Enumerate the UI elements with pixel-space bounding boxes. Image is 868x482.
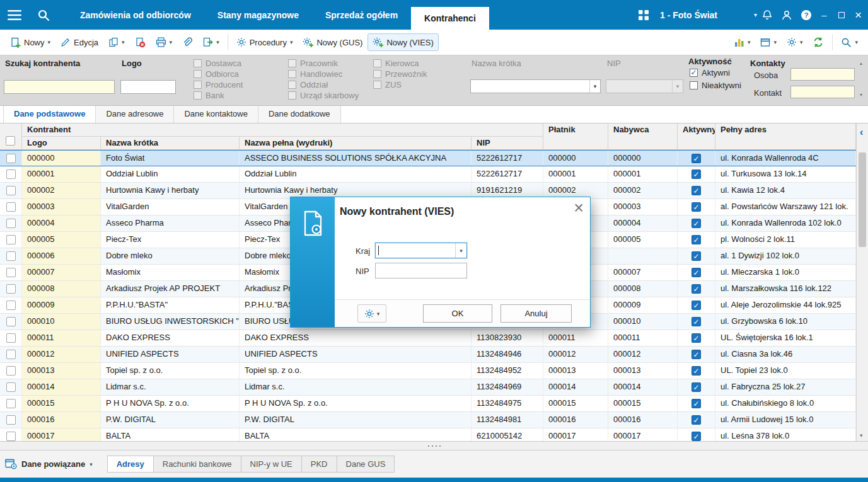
- chart-view-button[interactable]: ▾: [729, 33, 756, 51]
- row-checkbox[interactable]: [6, 251, 16, 261]
- new-button[interactable]: Nowy ▾: [5, 33, 55, 52]
- filter-checkbox-bank[interactable]: Bank: [194, 91, 224, 100]
- filter-scroll-down-icon[interactable]: ▾: [860, 92, 862, 98]
- row-checkbox[interactable]: [6, 432, 16, 441]
- row-checkbox[interactable]: [6, 219, 16, 228]
- notifications-button[interactable]: [757, 0, 777, 30]
- aktywny-checkbox[interactable]: ✓: [692, 169, 701, 179]
- row-checkbox[interactable]: [6, 399, 16, 408]
- help-button[interactable]: ?: [796, 0, 816, 30]
- row-checkbox[interactable]: [6, 350, 16, 359]
- row-checkbox[interactable]: [6, 284, 16, 294]
- procedures-button[interactable]: Procedury ▾: [231, 33, 298, 51]
- company-selector[interactable]: 1 - Foto Świat ▾: [654, 10, 757, 20]
- grid-settings-button[interactable]: ▾: [782, 33, 808, 51]
- chevron-down-icon[interactable]: ▾: [455, 243, 466, 258]
- tab-nipy-w-ue[interactable]: NIP-y w UE: [241, 456, 302, 473]
- aktywny-checkbox[interactable]: ✓: [692, 202, 701, 212]
- print-button[interactable]: ▾: [151, 33, 178, 51]
- tab-stany-magazynowe[interactable]: Stany magazynowe: [204, 0, 312, 30]
- tab-kontrahenci[interactable]: Kontrahenci: [411, 7, 489, 30]
- export-button[interactable]: ▾: [197, 33, 224, 51]
- filter-checkbox-dostawca[interactable]: Dostawca: [194, 59, 241, 68]
- delete-button[interactable]: [130, 33, 151, 52]
- row-checkbox[interactable]: [6, 317, 16, 326]
- aktywny-checkbox[interactable]: ✓: [692, 154, 701, 163]
- aktywny-checkbox[interactable]: ✓: [692, 268, 701, 277]
- tab-dane-kontaktowe[interactable]: Dane kontaktowe: [173, 106, 258, 123]
- new-gus-button[interactable]: Nowy (GUS): [298, 33, 367, 51]
- row-checkbox[interactable]: [6, 333, 16, 343]
- aktywny-checkbox[interactable]: ✓: [692, 399, 701, 408]
- table-row[interactable]: 000012 UNIFIED ASPECTS UNIFIED ASPECTS 1…: [0, 347, 856, 363]
- tab-zamowienia-od-odbiorcow[interactable]: Zamówienia od odbiorców: [67, 0, 204, 30]
- tab-dane-gus[interactable]: Dane GUS: [337, 456, 395, 473]
- aktywny-checkbox[interactable]: ✓: [692, 366, 701, 376]
- nazwa-krotka-combobox[interactable]: ▾: [470, 79, 601, 93]
- attachments-button[interactable]: [177, 33, 197, 51]
- minimize-button[interactable]: –: [816, 0, 833, 30]
- aktywny-checkbox[interactable]: ✓: [692, 219, 701, 228]
- tab-pkd[interactable]: PKD: [301, 456, 337, 473]
- global-search-button[interactable]: [29, 0, 58, 30]
- tab-dane-podstawowe[interactable]: Dane podstawowe: [3, 106, 96, 123]
- table-row[interactable]: 000017 BALTA BALTA 6210005142 000017 000…: [0, 428, 856, 441]
- row-checkbox[interactable]: [6, 382, 16, 392]
- tab-adresy[interactable]: Adresy: [107, 456, 154, 473]
- quick-search-button[interactable]: ▾: [836, 33, 863, 52]
- filter-checkbox-kierowca[interactable]: Kierowca: [373, 59, 419, 68]
- header-aktywny[interactable]: Aktywny: [678, 123, 715, 150]
- maximize-button[interactable]: [833, 0, 850, 30]
- tab-dane-adresowe[interactable]: Dane adresowe: [95, 106, 174, 123]
- aktywny-checkbox[interactable]: ✓: [692, 284, 701, 294]
- header-logo[interactable]: Logo: [22, 137, 101, 150]
- filter-checkbox-oddzial[interactable]: Oddział: [288, 80, 328, 89]
- row-checkbox[interactable]: [6, 235, 16, 244]
- nieaktywni-checkbox[interactable]: Nieaktywni: [690, 81, 741, 90]
- aktywny-checkbox[interactable]: ✓: [692, 301, 701, 310]
- aktywni-checkbox[interactable]: ✓Aktywni: [690, 68, 730, 77]
- header-nabywca[interactable]: Nabywca: [608, 123, 678, 150]
- scroll-down-icon[interactable]: ▾: [860, 432, 863, 439]
- horizontal-splitter[interactable]: [0, 441, 868, 450]
- scrollbar-thumb[interactable]: [859, 152, 866, 247]
- filter-scroll-up-icon[interactable]: ▴: [860, 60, 862, 66]
- table-row[interactable]: 000000 Foto Świat ASSECO BUSINESS SOLUTI…: [0, 150, 856, 166]
- tab-sprzedaz-ogolem[interactable]: Sprzedaż ogółem: [312, 0, 411, 30]
- dialog-settings-button[interactable]: ▾: [357, 304, 386, 323]
- filter-checkbox-odbiorca[interactable]: Odbiorca: [194, 69, 239, 79]
- table-row[interactable]: 000011 DAKO EXPRESS DAKO EXPRESS 1130823…: [0, 330, 856, 347]
- table-row[interactable]: 000014 Lidmar s.c. Lidmar s.c. 113248496…: [0, 379, 856, 396]
- row-checkbox[interactable]: [6, 202, 16, 212]
- close-button[interactable]: ×: [850, 0, 867, 30]
- table-row[interactable]: 000001 Oddział Lublin Oddział Lublin 522…: [0, 166, 856, 183]
- aktywny-checkbox[interactable]: ✓: [692, 317, 701, 326]
- filter-checkbox-handlowiec[interactable]: Handlowiec: [288, 69, 342, 79]
- refresh-button[interactable]: [807, 33, 829, 52]
- filter-checkbox-producent[interactable]: Producent: [194, 80, 243, 89]
- row-checkbox[interactable]: [6, 154, 16, 163]
- vertical-scrollbar[interactable]: ‹ ▾: [856, 123, 868, 441]
- header-platnik[interactable]: Płatnik: [543, 123, 608, 150]
- aktywny-checkbox[interactable]: ✓: [692, 350, 701, 359]
- tab-rachunki-bankowe[interactable]: Rachunki bankowe: [153, 456, 241, 473]
- dialog-close-button[interactable]: ×: [574, 197, 584, 219]
- row-checkbox[interactable]: [6, 169, 16, 179]
- filter-checkbox-pracownik[interactable]: Pracownik: [288, 59, 338, 68]
- osoba-input[interactable]: [790, 68, 855, 81]
- layout-button[interactable]: ▾: [755, 34, 782, 51]
- header-nazwa-pelna[interactable]: Nazwa pełna (wydruki): [240, 137, 472, 150]
- ok-button[interactable]: OK: [423, 304, 492, 323]
- aktywny-checkbox[interactable]: ✓: [692, 186, 701, 195]
- szukaj-input[interactable]: [4, 80, 115, 94]
- table-row[interactable]: 000016 P.W. DIGITAL P.W. DIGITAL 1132484…: [0, 412, 856, 428]
- row-checkbox[interactable]: [6, 415, 16, 425]
- menu-button[interactable]: [0, 0, 29, 30]
- collapse-panel-icon[interactable]: ‹: [860, 127, 863, 137]
- header-nazwa-krotka[interactable]: Nazwa krótka: [101, 137, 240, 150]
- dane-powiazane-button[interactable]: Dane powiązane ▾: [5, 459, 93, 469]
- kontakt-input[interactable]: [790, 86, 855, 98]
- copy-button[interactable]: ▾: [103, 33, 130, 51]
- row-checkbox[interactable]: [6, 186, 16, 195]
- tab-dane-dodatkowe[interactable]: Dane dodatkowe: [258, 106, 341, 123]
